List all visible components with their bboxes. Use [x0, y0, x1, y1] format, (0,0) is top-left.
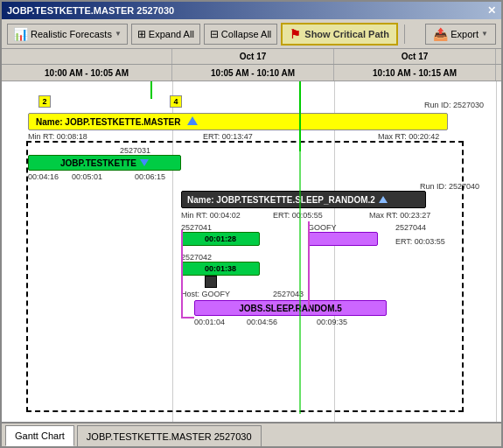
host-goofy: Host: GOOFY	[181, 290, 230, 298]
time-header-oct17-label3	[496, 49, 501, 64]
export-button[interactable]: 📤 Export ▼	[425, 24, 496, 45]
time-cell-1015: 10:10 AM - 10:15 AM	[334, 65, 496, 80]
time-header-oct17-label1: Oct 17	[172, 49, 334, 64]
job-bar-2527041[interactable]: 00:01:28	[181, 232, 260, 246]
collapse-icon: ⊟	[210, 28, 219, 40]
sleep-triangle	[379, 195, 388, 205]
tab-master-job[interactable]: JOBP.TESTKETTE.MASTER 2527030	[77, 425, 262, 446]
vline-3	[496, 81, 497, 422]
time-header-row2: 10:00 AM - 10:05 AM 10:05 AM - 10:10 AM …	[2, 65, 501, 80]
run-id-2527030: Run ID: 2527030	[424, 101, 484, 109]
max-rt-sleep: Max RT: 00:23:27	[369, 211, 430, 220]
job-id-2527041: 2527041	[181, 223, 212, 232]
sleep-random5-label: JOBS.SLEEP.RANDOM.5	[239, 304, 342, 313]
min-rt-sleep: Min RT: 00:04:02	[181, 211, 241, 220]
job-bar-sleep-random[interactable]: Name: JOBP.TESTKETTE.SLEEP_RANDOM.2	[181, 191, 426, 208]
gantt-content[interactable]: 2 4 Run ID: 2527030 Name: JOBP.TESTKETTE…	[2, 81, 501, 422]
toolbar-separator	[404, 24, 405, 44]
time-2527042: 00:01:38	[205, 264, 236, 273]
time-indicator-3	[299, 81, 301, 151]
ert-sleep: ERT: 00:05:55	[273, 211, 323, 220]
connect-line-v1	[181, 230, 183, 318]
time-cell-1005: 10:00 AM - 10:05 AM	[2, 65, 172, 80]
time-sr5-1: 00:01:04	[194, 318, 225, 326]
run-id-2527040: Run ID: 2527040	[420, 182, 479, 191]
connect-line-v2	[308, 221, 310, 309]
expand-icon: ⊞	[137, 28, 146, 40]
time-sr5-3: 00:09:35	[317, 318, 347, 326]
time-header-row1: Oct 17 Oct 17	[2, 49, 501, 65]
time-header: Oct 17 Oct 17 10:00 AM - 10:05 AM 10:05 …	[2, 49, 501, 81]
sleep-random-label: Name: JOBP.TESTKETTE.SLEEP_RANDOM.2	[187, 195, 375, 205]
master-triangle	[187, 116, 198, 127]
toolbar: 📊 Realistic Forecasts ▼ ⊞ Expand All ⊟ C…	[2, 19, 501, 49]
time-sr5-2: 00:04:56	[247, 318, 277, 326]
badge-4: 4	[170, 95, 182, 108]
export-icon: 📤	[433, 27, 448, 41]
expand-all-button[interactable]: ⊞ Expand All	[131, 24, 200, 45]
collapse-all-button[interactable]: ⊟ Collapse All	[204, 24, 277, 45]
tab-gantt-chart[interactable]: Gantt Chart	[5, 425, 74, 446]
goofy-label: GOOFY	[308, 223, 337, 232]
dropdown-arrow-icon: ▼	[115, 30, 122, 38]
time-header-oct17-1	[2, 49, 172, 64]
ert-goofy: ERT: 00:03:55	[395, 237, 445, 246]
window-title: JOBP.TESTKETTE.MASTER 2527030	[7, 5, 174, 16]
job-bar-master-label: Name: JOBP.TESTKETTE.MASTER	[36, 117, 180, 127]
critical-path-icon: ⚑	[290, 27, 301, 41]
main-window: JOBP.TESTKETTE.MASTER 2527030 ✕ 📊 Realis…	[0, 0, 503, 448]
badge-2: 2	[38, 95, 51, 108]
job-bar-goofy[interactable]	[308, 232, 378, 246]
time-indicator-1	[150, 81, 152, 99]
connect-line-h1	[181, 317, 194, 318]
forecast-button[interactable]: 📊 Realistic Forecasts ▼	[7, 24, 128, 45]
small-dark-bar	[205, 276, 217, 288]
gantt-area: Oct 17 Oct 17 10:00 AM - 10:05 AM 10:05 …	[2, 49, 501, 422]
forecast-label: Realistic Forecasts	[31, 29, 112, 39]
job-bar-master[interactable]: Name: JOBP.TESTKETTE.MASTER	[28, 113, 448, 130]
time-2527041: 00:01:28	[205, 234, 236, 243]
ert-master: ERT: 00:13:47	[203, 132, 253, 141]
title-bar: JOBP.TESTKETTE.MASTER 2527030 ✕	[2, 2, 501, 19]
forecast-icon: 📊	[13, 27, 28, 41]
time-cell-rest	[496, 65, 501, 80]
close-button[interactable]: ✕	[487, 4, 496, 17]
dashed-box-outer	[26, 141, 464, 412]
export-dropdown-icon: ▼	[481, 30, 488, 38]
job-bar-sleep-random5[interactable]: JOBS.SLEEP.RANDOM.5	[194, 300, 387, 316]
job-id-2527042: 2527042	[181, 253, 212, 262]
min-rt-master: Min RT: 00:08:18	[28, 132, 87, 141]
bottom-tabs: Gantt Chart JOBP.TESTKETTE.MASTER 252703…	[2, 422, 501, 446]
job-bar-2527042[interactable]: 00:01:38	[181, 262, 260, 276]
job-id-2527044: 2527044	[395, 223, 426, 232]
critical-path-button[interactable]: ⚑ Show Critical Path	[281, 23, 398, 46]
time-header-oct17-label2: Oct 17	[334, 49, 496, 64]
time-cell-1010: 10:05 AM - 10:10 AM	[172, 65, 334, 80]
max-rt-master: Max RT: 00:20:42	[378, 132, 439, 141]
